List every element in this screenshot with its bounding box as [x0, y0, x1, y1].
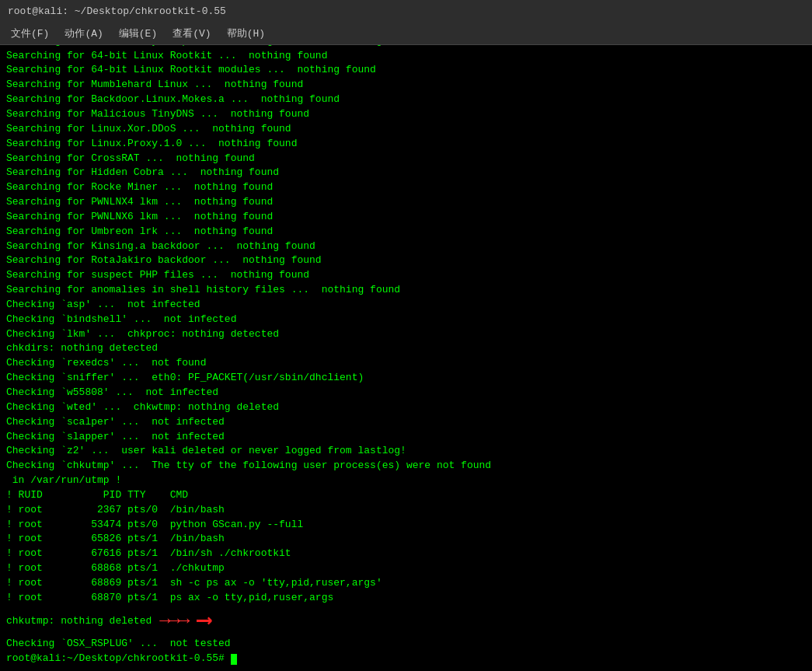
- terminal-line: Checking `z2' ... user kali deleted or n…: [6, 444, 806, 459]
- terminal-line: ! root 53474 pts/0 python GScan.py --ful…: [6, 518, 806, 533]
- terminal-line: Checking `bindshell' ... not infected: [6, 313, 806, 327]
- terminal-line: Checking `slapper' ... not infected: [6, 430, 806, 445]
- terminal-prompt: root@kali:~/Desktop/chkrootkit-0.55#: [6, 652, 806, 666]
- terminal-line: ! root 68870 pts/1 ps ax -o tty,pid,ruse…: [6, 591, 806, 606]
- terminal-line: Searching for 64-bit Linux Rootkit modul…: [6, 63, 806, 78]
- terminal-line: ! RUID PID TTY CMD: [6, 488, 806, 503]
- terminal-line: Searching for PWNLNX6 lkm ... nothing fo…: [6, 210, 806, 225]
- terminal-line: Searching for Backdoor.Linux.Mokes.a ...…: [6, 93, 806, 107]
- terminal-line: Checking `asp' ... not infected: [6, 298, 806, 313]
- terminal-line: Checking `chkutmp' ... The tty of the fo…: [6, 459, 806, 474]
- terminal-line: ! root 67616 pts/1 /bin/sh ./chkrootkit: [6, 547, 806, 561]
- terminal-line: Searching for Linux.Xor.DDoS ... nothing…: [6, 122, 806, 137]
- terminal-line: Searching for Linux.Proxy.1.0 ... nothin…: [6, 137, 806, 152]
- terminal-line: Searching for RotaJakiro backdoor ... no…: [6, 253, 806, 268]
- terminal-line: Searching for anomalies in shell history…: [6, 283, 806, 298]
- menu-bar: 文件(F)动作(A)编辑(E)查看(V)帮助(H): [0, 22, 812, 45]
- terminal-line: Checking `w55808' ... not infected: [6, 386, 806, 400]
- menu-item[interactable]: 帮助(H): [219, 24, 273, 43]
- terminal-line: Searching for Kinsing.a backdoor ... not…: [6, 239, 806, 254]
- menu-item[interactable]: 文件(F): [3, 24, 57, 43]
- red-arrow: ⟶: [197, 606, 208, 638]
- menu-item[interactable]: 动作(A): [57, 24, 110, 43]
- terminal-line: Checking `rexedcs' ... not found: [6, 356, 806, 371]
- terminal-line: Searching for Rocke Miner ... nothing fo…: [6, 180, 806, 195]
- terminal-line: Searching for Umbreon lrk ... nothing fo…: [6, 225, 806, 239]
- menu-item[interactable]: 查看(V): [165, 24, 218, 43]
- terminal-line: Checking `lkm' ... chkproc: nothing dete…: [6, 327, 806, 342]
- terminal-line: ! root 2367 pts/0 /bin/bash: [6, 503, 806, 518]
- terminal-line: Searching for Malicious TinyDNS ... noth…: [6, 107, 806, 122]
- terminal-line: Checking `OSX_RSPLUG' ... not tested: [6, 637, 806, 652]
- terminal-line: Searching for Hidden Cobra ... nothing f…: [6, 166, 806, 180]
- terminal-line: Searching for Mumblehard Linux ... nothi…: [6, 78, 806, 93]
- terminal-line: Checking `scalper' ... not infected: [6, 415, 806, 430]
- terminal-line: Searching for 64-bit Linux Rootkit ... n…: [6, 49, 806, 64]
- terminal[interactable]: Searching for zaRwT rootkit default file…: [0, 45, 812, 671]
- terminal-line: chkdirs: nothing detected: [6, 341, 806, 356]
- title-bar: root@kali: ~/Desktop/chkrootkit-0.55: [0, 0, 812, 22]
- terminal-line: Searching for suspect PHP files ... noth…: [6, 268, 806, 283]
- terminal-line: Checking `wted' ... chkwtmp: nothing del…: [6, 400, 806, 415]
- title-text: root@kali: ~/Desktop/chkrootkit-0.55: [8, 5, 226, 17]
- terminal-line: ! root 65826 pts/1 /bin/bash: [6, 532, 806, 547]
- menu-item[interactable]: 编辑(E): [111, 24, 165, 43]
- terminal-line: Searching for CrossRAT ... nothing found: [6, 152, 806, 166]
- terminal-line: ! root 68868 pts/1 ./chkutmp: [6, 561, 806, 576]
- terminal-line: Checking `sniffer' ... eth0: PF_PACKET(/…: [6, 371, 806, 386]
- terminal-line: in /var/run/utmp !: [6, 474, 806, 488]
- terminal-line: Searching for PWNLNX4 lkm ... nothing fo…: [6, 195, 806, 210]
- terminal-line: ! root 68869 pts/1 sh -c ps ax -o 'tty,p…: [6, 576, 806, 591]
- terminal-line: chkutmp: nothing deleted→→→⟶: [6, 606, 806, 638]
- cursor: [231, 654, 237, 665]
